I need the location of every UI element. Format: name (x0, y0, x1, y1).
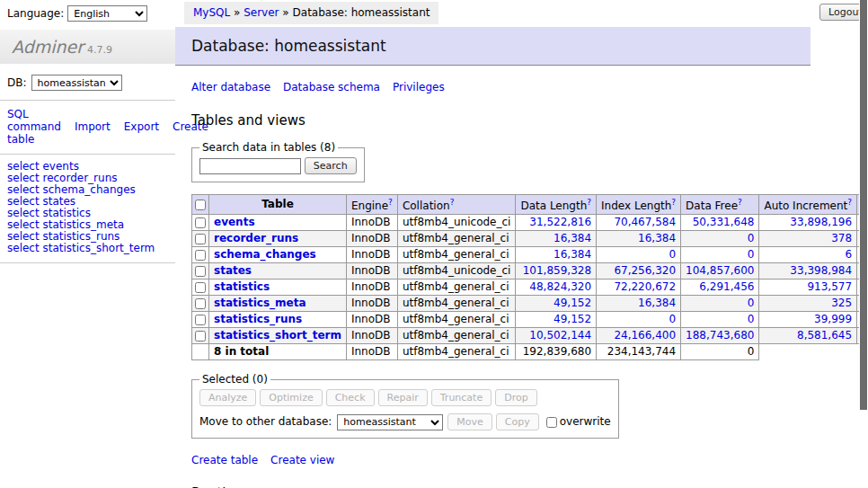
row-checkbox[interactable] (195, 234, 206, 244)
table-link[interactable]: statistics (214, 280, 270, 293)
table-name-cell: events (209, 215, 347, 231)
scrollbar[interactable] (859, 0, 868, 488)
search-button[interactable]: Search (305, 157, 357, 174)
move-db-select[interactable]: homeassistant (337, 414, 443, 430)
breadcrumb-item[interactable]: Server (244, 6, 279, 19)
index-length-link[interactable]: 0 (669, 313, 676, 325)
index-length-link[interactable]: 16,384 (638, 232, 676, 244)
tables-table: TableEngine?Collation?Data Length?Index … (191, 194, 868, 360)
data-free-cell: 50,331,648 (681, 215, 759, 231)
help-link[interactable]: ? (738, 198, 742, 207)
index-length-link[interactable]: 72,220,672 (614, 280, 676, 293)
search-input[interactable] (199, 158, 301, 174)
help-link[interactable]: ? (671, 198, 676, 207)
index-length-link[interactable]: 70,467,584 (614, 216, 676, 228)
collation-cell: utf8mb4_unicode_ci (397, 263, 516, 279)
data-length-link[interactable]: 16,384 (554, 248, 591, 261)
column-header: Engine? (346, 195, 397, 215)
data-free-link[interactable]: 50,331,648 (693, 216, 755, 228)
table-link[interactable]: states (214, 264, 252, 277)
index-length-link[interactable]: 16,384 (638, 297, 676, 309)
table-name-cell: schema_changes (209, 247, 347, 263)
data-length-link[interactable]: 10,502,144 (529, 329, 591, 342)
data-free-link[interactable]: 0 (748, 248, 755, 261)
bulk-action-button[interactable]: Check (326, 389, 375, 406)
language-select[interactable]: English (67, 5, 147, 22)
help-link[interactable]: ? (587, 198, 591, 207)
db-link[interactable]: Database schema (283, 81, 380, 93)
help-link[interactable]: ? (450, 198, 455, 207)
table-header-row: TableEngine?Collation?Data Length?Index … (192, 195, 868, 215)
sidebar-action-link[interactable]: Import (75, 120, 111, 133)
index-length-link[interactable]: 67,256,320 (614, 264, 676, 277)
data-length-link[interactable]: 16,384 (554, 232, 591, 244)
sidebar-table-link[interactable]: select statistics_short_term (7, 243, 175, 254)
row-checkbox[interactable] (195, 315, 206, 325)
auto-increment-link[interactable]: 6 (845, 248, 852, 261)
auto-increment-link[interactable]: 33,398,984 (790, 264, 852, 277)
data-length-link[interactable]: 31,522,816 (529, 216, 591, 228)
table-link[interactable]: statistics_short_term (214, 329, 341, 342)
row-checkbox[interactable] (195, 298, 206, 309)
row-checkbox[interactable] (195, 282, 206, 293)
sidebar-action-link[interactable]: Export (124, 120, 159, 133)
data-length-link[interactable]: 48,824,320 (529, 280, 591, 293)
data-length-cell: 16,384 (516, 247, 597, 263)
table-link[interactable]: events (214, 216, 255, 228)
row-checkbox[interactable] (195, 331, 206, 342)
data-free-link[interactable]: 188,743,680 (686, 329, 754, 342)
column-header-label: Table (261, 198, 294, 210)
row-checkbox[interactable] (195, 266, 206, 277)
data-free-link[interactable]: 104,857,600 (686, 264, 754, 277)
db-link[interactable]: Alter database (191, 81, 270, 93)
db-select[interactable]: homeassistant (31, 75, 122, 91)
scrollbar-thumb[interactable] (860, 0, 867, 410)
move-button[interactable]: Move (447, 413, 492, 430)
db-link[interactable]: Privileges (393, 81, 445, 93)
bulk-action-button[interactable]: Analyze (199, 389, 256, 406)
bulk-action-button[interactable]: Truncate (431, 389, 492, 406)
auto-increment-link[interactable]: 8,581,645 (797, 329, 852, 342)
table-link[interactable]: schema_changes (214, 248, 316, 261)
copy-button[interactable]: Copy (496, 413, 539, 430)
auto-increment-cell: 6 (759, 247, 857, 263)
index-length-link[interactable]: 24,166,400 (614, 329, 676, 342)
bulk-action-button[interactable]: Drop (495, 389, 536, 406)
auto-increment-cell: 378 (759, 231, 857, 247)
table-link[interactable]: recorder_runs (214, 232, 298, 244)
bulk-action-button[interactable]: Optimize (260, 389, 322, 406)
table-link[interactable]: statistics_runs (214, 313, 302, 325)
data-length-link[interactable]: 49,152 (554, 313, 591, 325)
index-length-link[interactable]: 0 (669, 248, 676, 261)
auto-increment-link[interactable]: 325 (831, 297, 852, 309)
overwrite-checkbox[interactable] (546, 417, 557, 428)
auto-increment-link[interactable]: 39,999 (814, 313, 852, 325)
auto-increment-link[interactable]: 913,577 (807, 280, 852, 293)
data-free-link[interactable]: 6,291,456 (699, 280, 754, 293)
row-checkbox[interactable] (195, 217, 206, 228)
data-free-link[interactable]: 0 (748, 297, 755, 309)
help-link[interactable]: ? (847, 198, 852, 207)
auto-increment-link[interactable]: 33,898,196 (790, 216, 852, 228)
column-header: Table (209, 195, 347, 215)
auto-increment-link[interactable]: 378 (831, 232, 852, 244)
sidebar-action-link[interactable]: SQL command (7, 108, 61, 133)
move-label: Move to other database: (199, 415, 332, 428)
total-engine-cell: InnoDB (346, 344, 397, 360)
index-length-cell: 16,384 (597, 296, 681, 312)
create-link[interactable]: Create table (191, 454, 258, 466)
bulk-action-button[interactable]: Repair (378, 389, 428, 406)
data-length-link[interactable]: 101,859,328 (523, 264, 591, 277)
table-name-cell: statistics_short_term (209, 328, 347, 344)
table-link[interactable]: statistics_meta (214, 297, 306, 309)
data-free-link[interactable]: 0 (748, 313, 755, 325)
data-free-link[interactable]: 0 (748, 232, 755, 244)
breadcrumb-item[interactable]: MySQL (193, 6, 230, 19)
create-link[interactable]: Create view (270, 454, 334, 466)
select-all-checkbox[interactable] (195, 200, 206, 210)
data-length-cell: 101,859,328 (516, 263, 597, 279)
table-name-cell: statistics (209, 279, 347, 296)
row-checkbox[interactable] (195, 250, 206, 261)
data-length-link[interactable]: 49,152 (554, 297, 591, 309)
help-link[interactable]: ? (388, 198, 393, 207)
